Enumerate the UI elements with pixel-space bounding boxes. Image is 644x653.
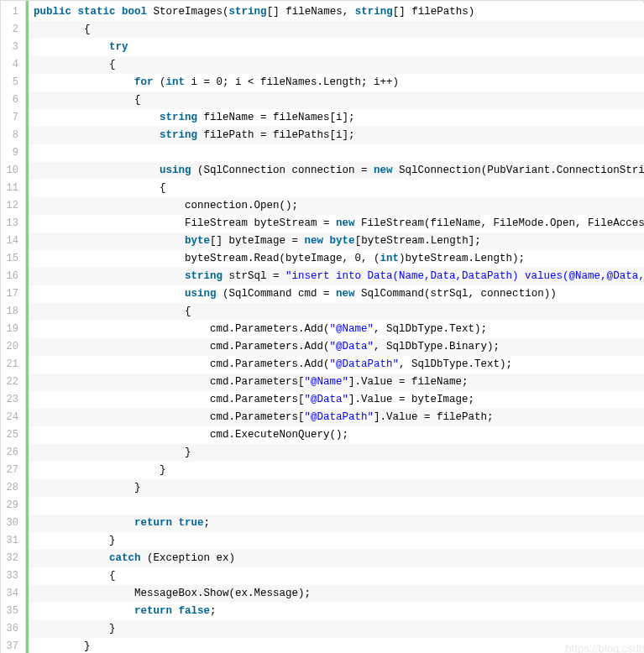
code-token: SqlCommand(strSql, connection)) xyxy=(355,288,557,300)
code-token: MessageBox.Show(ex.Message); xyxy=(34,588,311,599)
code-token: cmd.Parameters.Add( xyxy=(34,341,330,353)
code-token: string xyxy=(160,112,197,123)
code-token: , SqlDbType.Binary); xyxy=(374,341,500,353)
code-token: FileStream byteStream = xyxy=(34,217,336,229)
line-number: 18 xyxy=(1,303,25,321)
code-token: new xyxy=(374,165,393,176)
code-line: } xyxy=(29,620,644,638)
code-token: ].Value = filePath; xyxy=(374,411,494,423)
code-token: int xyxy=(380,253,400,264)
line-number: 20 xyxy=(1,338,25,356)
code-token: ( xyxy=(154,76,166,88)
code-line: cmd.Parameters["@Data"].Value = byteImag… xyxy=(29,391,644,409)
code-line xyxy=(29,144,644,162)
line-number: 15 xyxy=(1,250,25,268)
code-token: byteStream.Read(byteImage, 0, ( xyxy=(34,253,380,264)
line-number: 8 xyxy=(1,127,25,144)
code-token: [] filePaths) xyxy=(393,6,475,18)
code-token xyxy=(34,552,109,564)
code-token: new xyxy=(336,217,355,229)
line-number: 36 xyxy=(1,620,25,638)
code-line: } xyxy=(29,462,644,479)
code-token: } xyxy=(34,464,166,476)
code-token: new xyxy=(336,288,355,300)
line-number: 16 xyxy=(1,268,25,285)
line-number: 29 xyxy=(1,497,25,515)
code-token: (SqlCommand cmd = xyxy=(217,288,337,300)
line-number: 30 xyxy=(1,515,25,532)
code-token xyxy=(34,270,185,282)
line-number: 7 xyxy=(1,109,25,127)
code-token xyxy=(34,147,40,159)
code-line: } xyxy=(29,638,644,653)
code-token: return xyxy=(134,517,172,529)
code-token: public xyxy=(34,6,71,18)
code-token: } xyxy=(34,623,116,635)
code-token: (Exception ex) xyxy=(141,552,236,564)
code-line: cmd.Parameters["@DataPath"].Value = file… xyxy=(29,409,644,426)
code-token: } xyxy=(34,482,141,494)
code-token: false xyxy=(179,605,211,617)
code-token: "@Data" xyxy=(305,394,349,405)
code-token xyxy=(34,165,160,176)
code-token: catch xyxy=(109,552,141,564)
code-token: try xyxy=(109,41,128,53)
code-token: using xyxy=(160,165,191,176)
code-line: public static bool StoreImages(string[] … xyxy=(29,3,644,21)
code-line: using (SqlCommand cmd = new SqlCommand(s… xyxy=(29,285,644,303)
code-token: "insert into Data(Name,Data,DataPath) va… xyxy=(285,270,644,282)
line-number: 17 xyxy=(1,285,25,303)
code-token: { xyxy=(34,59,116,71)
code-token: cmd.Parameters.Add( xyxy=(34,358,330,370)
code-token: { xyxy=(34,306,191,317)
code-token: )byteStream.Length); xyxy=(399,253,525,264)
code-token: for xyxy=(134,76,154,88)
code-token: true xyxy=(179,517,204,529)
code-line: } xyxy=(29,479,644,497)
code-token: SqlConnection(PubVariant.ConnectionStrin… xyxy=(393,165,644,176)
line-number: 32 xyxy=(1,550,25,567)
line-number: 24 xyxy=(1,409,25,426)
code-token xyxy=(34,605,134,617)
code-token xyxy=(34,235,185,247)
code-token: bool xyxy=(122,6,147,18)
line-number: 13 xyxy=(1,215,25,232)
code-token: ; xyxy=(210,605,217,617)
line-number: 2 xyxy=(1,21,25,39)
code-token: "@Name" xyxy=(330,323,374,335)
line-number: 23 xyxy=(1,391,25,409)
line-number: 12 xyxy=(1,197,25,215)
line-number: 22 xyxy=(1,374,25,391)
line-number: 6 xyxy=(1,91,25,109)
code-token: { xyxy=(34,182,166,194)
code-token: [] fileNames, xyxy=(267,6,355,18)
line-number: 9 xyxy=(1,144,25,162)
code-token: "@Data" xyxy=(330,341,374,353)
code-token xyxy=(34,517,134,529)
code-token: filePath = filePaths[i]; xyxy=(197,129,355,141)
code-line: cmd.Parameters["@Name"].Value = fileName… xyxy=(29,374,644,391)
code-line: for (int i = 0; i < fileNames.Length; i+… xyxy=(29,74,644,91)
code-token: "@Name" xyxy=(305,376,349,388)
code-token xyxy=(323,235,330,247)
code-token xyxy=(116,6,123,18)
code-line: connection.Open(); xyxy=(29,197,644,215)
code-line: cmd.Parameters.Add("@Data", SqlDbType.Bi… xyxy=(29,338,644,356)
code-line: catch (Exception ex) xyxy=(29,550,644,567)
code-line: using (SqlConnection connection = new Sq… xyxy=(29,162,644,180)
line-number: 28 xyxy=(1,479,25,497)
code-token: static xyxy=(78,6,116,18)
code-token: connection.Open(); xyxy=(34,200,298,212)
code-line: { xyxy=(29,91,644,109)
code-line: cmd.ExecuteNonQuery(); xyxy=(29,426,644,444)
line-number-gutter: 1234567891011121314151617181920212223242… xyxy=(1,1,26,653)
code-token: StoreImages( xyxy=(147,6,229,18)
line-number: 27 xyxy=(1,462,25,479)
code-token: ].Value = byteImage; xyxy=(348,394,474,405)
line-number: 35 xyxy=(1,603,25,620)
code-line: try xyxy=(29,39,644,56)
code-token: { xyxy=(34,24,91,35)
code-token: ; xyxy=(204,517,211,529)
code-token: FileStream(fileName, FileMode.Open, File… xyxy=(355,217,644,229)
code-token: } xyxy=(34,535,116,546)
